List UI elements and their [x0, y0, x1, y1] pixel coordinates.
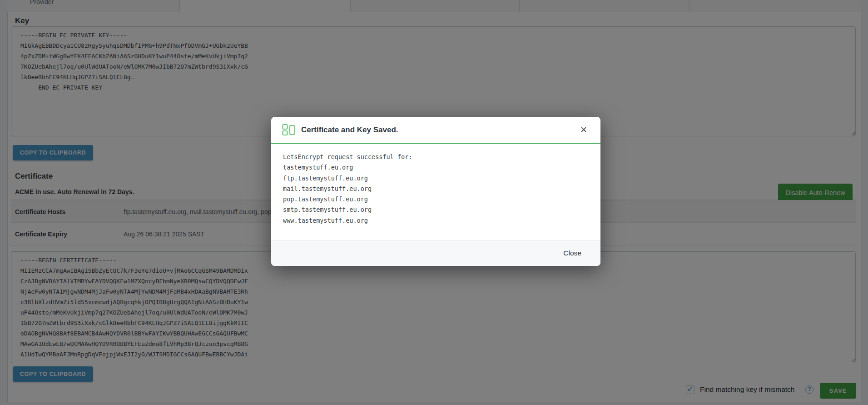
close-icon[interactable]: ✕ — [578, 125, 590, 135]
close-button[interactable]: Close — [563, 249, 581, 257]
dialog-title: Certificate and Key Saved. — [301, 125, 578, 135]
dialog-footer: Close — [271, 240, 600, 266]
dialog-header: Certificate and Key Saved. ✕ — [271, 117, 600, 144]
layout-blocks-green-icon — [282, 124, 296, 136]
ssl-certificate-page: Provider Key -----BEGIN EC PRIVATE KEY--… — [0, 0, 868, 405]
dialog-message: LetsEncrypt request successful for: tast… — [271, 144, 600, 240]
certificate-saved-dialog: Certificate and Key Saved. ✕ LetsEncrypt… — [271, 117, 600, 266]
